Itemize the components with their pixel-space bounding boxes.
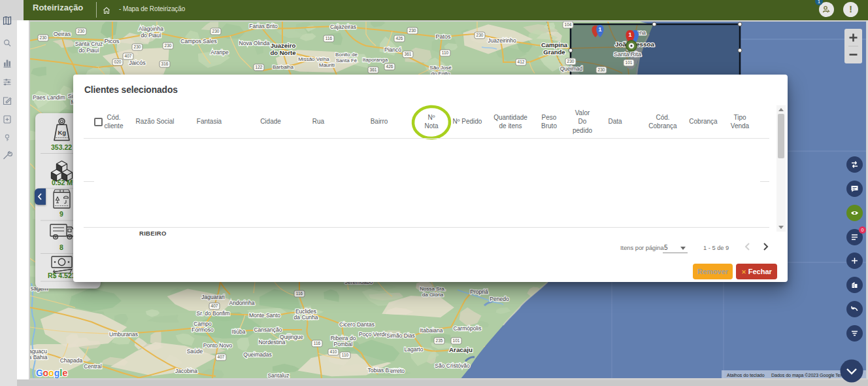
svg-text:do Piauí: do Piauí [78, 47, 99, 54]
svg-text:São José: São José [429, 65, 452, 71]
svg-text:Formoso: Formoso [192, 326, 214, 333]
svg-text:101: 101 [626, 60, 633, 65]
svg-text:407: 407 [218, 355, 225, 359]
svg-text:316: 316 [161, 61, 169, 66]
svg-text:Dados do mapa ©2023 Google: Dados do mapa ©2023 Google [771, 373, 835, 378]
svg-text:230: 230 [134, 44, 141, 49]
svg-text:da Glória: da Glória [422, 292, 444, 298]
svg-text:230: 230 [78, 29, 85, 33]
svg-text:407: 407 [211, 304, 218, 308]
svg-text:Andorinha: Andorinha [229, 300, 255, 306]
svg-text:Bonito de: Bonito de [335, 52, 358, 58]
svg-text:São Cristóvão: São Cristóvão [435, 362, 470, 369]
svg-text:Penedo: Penedo [490, 296, 509, 302]
svg-text:426: 426 [396, 36, 403, 41]
svg-text:Campina: Campina [541, 41, 568, 48]
svg-text:Santa Rita: Santa Rita [614, 51, 641, 58]
svg-text:235: 235 [436, 338, 443, 343]
svg-text:1: 1 [628, 31, 631, 38]
svg-text:407: 407 [125, 54, 132, 58]
svg-text:Cansanção: Cansanção [254, 326, 282, 333]
svg-text:361: 361 [370, 67, 377, 72]
svg-text:Poço Verde: Poço Verde [359, 331, 388, 338]
svg-text:Patos: Patos [435, 33, 451, 40]
svg-text:Alagoinha: Alagoinha [139, 26, 163, 32]
svg-text:Aracaju: Aracaju [449, 346, 473, 353]
svg-text:Pombal: Pombal [334, 341, 353, 347]
svg-text:230: 230 [567, 59, 575, 63]
svg-text:do Norte: do Norte [270, 49, 295, 56]
svg-text:116: 116 [326, 36, 333, 41]
svg-text:Juazeiro: Juazeiro [271, 42, 296, 49]
svg-text:Missão Velha: Missão Velha [298, 56, 329, 62]
svg-text:116: 116 [296, 291, 303, 296]
svg-text:Nova Olinda: Nova Olinda [239, 40, 270, 46]
svg-text:Cajazeiras: Cajazeiras [330, 24, 356, 30]
svg-text:Santa Fé: Santa Fé [336, 58, 358, 63]
svg-text:230: 230 [409, 28, 416, 33]
svg-text:Queimad: Queimad [560, 65, 583, 72]
svg-text:0.52 M³: 0.52 M³ [52, 179, 75, 186]
svg-text:Santaluz: Santaluz [267, 372, 289, 378]
svg-text:Santa Cruz: Santa Cruz [75, 41, 103, 47]
svg-text:Jacobina: Jacobina [175, 368, 197, 374]
svg-text:a Bahia: a Bahia [30, 354, 48, 360]
svg-text:Queimadas: Queimadas [243, 351, 271, 358]
svg-text:Jaicós: Jaicós [129, 60, 146, 66]
svg-text:Kg: Kg [58, 129, 67, 136]
svg-text:Termos: Termos [835, 373, 850, 377]
svg-text:Ponto Novo: Ponto Novo [203, 342, 233, 349]
svg-text:do Piauí: do Piauí [141, 32, 161, 39]
svg-text:Picos: Picos [104, 37, 119, 44]
svg-text:Nossa Sra.: Nossa Sra. [420, 286, 446, 292]
svg-text:230: 230 [212, 29, 220, 33]
svg-text:Grande: Grande [543, 48, 565, 56]
svg-text:101: 101 [453, 338, 460, 343]
svg-text:o: o [48, 368, 54, 378]
svg-text:020: 020 [114, 60, 122, 64]
svg-text:Araripe: Araripe [210, 49, 229, 56]
svg-text:Paes Landim: Paes Landim [33, 94, 65, 101]
svg-text:Cicero Dantas: Cicero Dantas [339, 321, 375, 328]
svg-text:Simão Dias: Simão Dias [386, 332, 414, 339]
svg-text:Sr. do Bonfim: Sr. do Bonfim [196, 310, 229, 317]
svg-text:Itiúba: Itiúba [232, 328, 246, 335]
svg-text:Central: Central [84, 363, 102, 370]
svg-text:361: 361 [405, 52, 412, 56]
svg-text:G: G [36, 368, 43, 378]
svg-text:1: 1 [598, 26, 601, 33]
svg-text:Juazeirinho: Juazeirinho [488, 37, 516, 44]
svg-text:o: o [43, 368, 49, 378]
svg-text:230: 230 [165, 43, 172, 48]
svg-text:Itabaiana: Itabaiana [420, 327, 443, 334]
svg-text:Propriá: Propriá [470, 289, 488, 295]
svg-text:Chapada: Chapada [60, 357, 83, 364]
svg-text:Barbalha: Barbalha [273, 64, 294, 70]
svg-text:Nordestina: Nordestina [258, 339, 285, 345]
svg-text:410: 410 [330, 349, 337, 354]
svg-text:230: 230 [476, 33, 484, 37]
svg-text:230: 230 [598, 67, 605, 72]
svg-text:230: 230 [40, 35, 47, 40]
svg-text:g: g [54, 368, 60, 378]
svg-text:110: 110 [442, 50, 449, 55]
svg-text:8: 8 [59, 243, 63, 251]
svg-text:116: 116 [314, 341, 321, 345]
svg-text:Oeiras: Oeiras [54, 31, 71, 37]
svg-text:erreto: erreto [390, 368, 405, 374]
svg-text:Carmópolis: Carmópolis [454, 325, 482, 332]
svg-text:9: 9 [59, 210, 63, 218]
svg-text:Umburanas: Umburanas [109, 331, 138, 338]
svg-text:Piancó: Piancó [384, 46, 401, 53]
svg-text:Mauriti: Mauriti [319, 62, 335, 68]
svg-text:Itaporanga: Itaporanga [363, 57, 388, 63]
svg-text:426: 426 [386, 64, 393, 69]
svg-text:Saúde: Saúde [187, 348, 203, 355]
svg-text:Atalhos do teclado: Atalhos do teclado [727, 373, 765, 377]
svg-text:412: 412 [518, 60, 525, 64]
svg-text:da Cunha: da Cunha [294, 314, 318, 321]
svg-text:122: 122 [256, 65, 263, 69]
svg-text:104: 104 [565, 22, 572, 27]
svg-text:Lagarto: Lagarto [405, 346, 424, 353]
svg-text:Farias Brito: Farias Brito [249, 23, 278, 29]
